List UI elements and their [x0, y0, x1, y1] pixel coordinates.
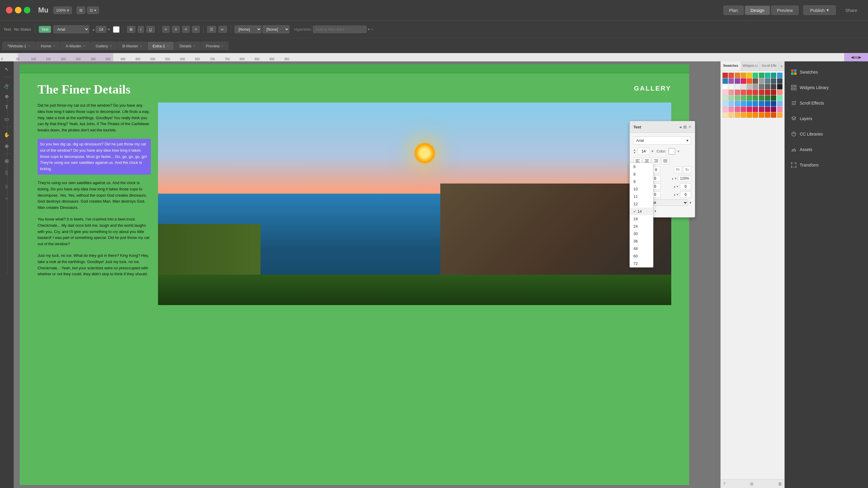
text-panel-detach[interactable]: ⊞: [683, 125, 687, 129]
tab-close-details[interactable]: ×: [193, 44, 195, 48]
swatch-56[interactable]: [759, 101, 764, 106]
scroll-indicator[interactable]: ◀ 960 ▶: [844, 53, 868, 61]
swatch-51[interactable]: [728, 101, 734, 106]
swatch-64[interactable]: [747, 107, 752, 112]
swatch-74[interactable]: [747, 112, 752, 118]
design-nav[interactable]: Design: [745, 6, 770, 15]
minimize-button[interactable]: [15, 7, 22, 13]
swatch-53[interactable]: [741, 101, 746, 106]
swatch-23[interactable]: [741, 84, 746, 89]
swatch-35[interactable]: [753, 90, 758, 95]
style-sub[interactable]: T1: [683, 166, 691, 173]
swatch-22[interactable]: [735, 84, 740, 89]
default-dropdown[interactable]: ▾: [690, 201, 691, 204]
view-toggle[interactable]: ⊞: [76, 6, 85, 14]
text-color-box[interactable]: [669, 148, 675, 155]
tab-close-extra1[interactable]: ×: [167, 44, 169, 48]
font-size-option-12[interactable]: 12: [630, 200, 653, 208]
canvas-area[interactable]: The Finer Details GALLERY Did he just th…: [14, 61, 784, 488]
widgets-lib-tab[interactable]: Widgets Li: [741, 61, 760, 71]
font-size-option-9[interactable]: 9: [630, 178, 653, 185]
close-button[interactable]: [6, 7, 12, 13]
swatch-12[interactable]: [735, 78, 740, 84]
text-panel-collapse[interactable]: ◂: [679, 125, 681, 129]
size-up-icon[interactable]: ▲: [92, 27, 95, 32]
size-dropdown-arrow[interactable]: ▼: [651, 149, 654, 154]
font-size-option-48[interactable]: 48: [630, 245, 653, 252]
swatch-46[interactable]: [759, 95, 764, 101]
swatch-9[interactable]: [777, 73, 782, 78]
font-size-option-11[interactable]: 11: [630, 193, 653, 200]
ruler-guide-icon[interactable]: ⊞: [5, 158, 9, 164]
font-size-option-10[interactable]: 10: [630, 185, 653, 193]
swatch-29[interactable]: [777, 84, 782, 89]
swatch-25[interactable]: [753, 84, 758, 89]
swatch-26[interactable]: [759, 84, 764, 89]
sidebar-layers[interactable]: Layers: [785, 111, 868, 126]
swatch-30[interactable]: [722, 90, 728, 95]
tab-details[interactable]: Details ×: [175, 42, 200, 50]
swatch-41[interactable]: [728, 95, 734, 101]
size-decrement[interactable]: ▼: [633, 151, 636, 154]
tab-home[interactable]: Home ×: [36, 42, 60, 50]
swatch-13[interactable]: [741, 78, 746, 84]
swatch-delete-icon[interactable]: 🗑: [778, 482, 782, 486]
tab-extra-1[interactable]: Extra-1 ×: [148, 42, 174, 50]
preview-nav[interactable]: Preview: [771, 6, 798, 15]
swatch-7[interactable]: [765, 73, 770, 78]
hand-tool[interactable]: ✋: [2, 130, 11, 139]
align-justify[interactable]: [661, 157, 670, 164]
scale-down[interactable]: ▼: [674, 177, 677, 180]
swatch-72[interactable]: [735, 112, 740, 118]
swatch-78[interactable]: [771, 112, 776, 118]
font-size-option-36[interactable]: 36: [630, 237, 653, 245]
swatch-40[interactable]: [722, 95, 728, 101]
tab-close-bmaster[interactable]: ×: [140, 44, 142, 48]
swatch-68[interactable]: [771, 107, 776, 112]
text-toolbar-btn[interactable]: Text: [39, 26, 51, 33]
swatch-55[interactable]: [753, 101, 758, 106]
size-down-icon[interactable]: ▼: [107, 27, 111, 32]
align-center-btn[interactable]: ≡: [172, 26, 180, 33]
zoom-tool[interactable]: ⊕: [2, 141, 11, 151]
swatch-4[interactable]: [747, 73, 752, 78]
layout-toggle[interactable]: ⊟ ▾: [87, 6, 99, 14]
swatch-20[interactable]: [722, 84, 728, 89]
sidebar-transform[interactable]: Transform: [785, 157, 868, 173]
swatch-5[interactable]: [753, 73, 758, 78]
hyperlinks-close[interactable]: ×: [371, 27, 373, 32]
tab-preview[interactable]: Preview ×: [200, 42, 228, 50]
swatch-8[interactable]: [771, 73, 776, 78]
swatches-tab[interactable]: Swatches: [721, 61, 741, 71]
swatch-28[interactable]: [771, 84, 776, 89]
font-select[interactable]: Arial: [53, 25, 89, 33]
guide-arrow[interactable]: ◁: [4, 84, 8, 90]
share-button[interactable]: Share: [841, 6, 862, 14]
swatch-34[interactable]: [747, 90, 752, 95]
swatch-70[interactable]: [722, 112, 728, 118]
sidebar-assets[interactable]: Assets: [785, 142, 868, 157]
swatch-54[interactable]: [747, 101, 752, 106]
tag-dropdown[interactable]: ▾: [655, 209, 656, 213]
scale-up[interactable]: ▲: [671, 177, 674, 180]
hyperlinks-dropdown[interactable]: ▾: [368, 27, 370, 32]
swatch-75[interactable]: [753, 112, 758, 118]
font-selector[interactable]: Arial ▾: [633, 136, 691, 144]
right-leading-input[interactable]: [680, 183, 691, 190]
hyperlinks-input[interactable]: [313, 26, 367, 33]
swatch-grid-icon[interactable]: ⊞: [750, 482, 753, 486]
swatch-18[interactable]: [771, 78, 776, 84]
scroll-effects-tab[interactable]: Scroll Effe: [760, 61, 779, 71]
swatch-50[interactable]: [722, 101, 728, 106]
tab-b-master[interactable]: B-Master ×: [118, 42, 147, 50]
swatch-65[interactable]: [753, 107, 758, 112]
right-indent-down[interactable]: ▼: [676, 193, 679, 196]
swatch-15[interactable]: [753, 78, 758, 84]
swatch-47[interactable]: [765, 95, 770, 101]
swatch-61[interactable]: [728, 107, 734, 112]
swatch-76[interactable]: [759, 112, 764, 118]
swatch-2[interactable]: [735, 73, 740, 78]
plan-nav[interactable]: Plan: [723, 6, 744, 15]
swatch-14[interactable]: [747, 78, 752, 84]
swatch-44[interactable]: [747, 95, 752, 101]
